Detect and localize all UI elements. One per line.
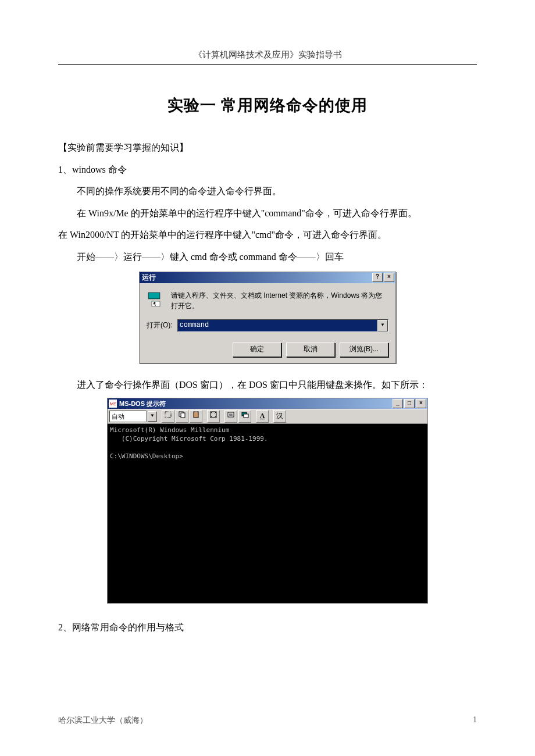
open-input[interactable]: command <box>178 320 377 331</box>
para-5: 进入了命令行操作界面（DOS 窗口），在 DOS 窗口中只能用键盘来操作。如下所… <box>58 374 477 396</box>
body-text-3: 2、网络常用命令的作用与格式 <box>58 616 477 639</box>
document-page: 《计算机网络技术及应用》实验指导书 实验一 常用网络命令的使用 【实验前需要学习… <box>0 0 535 756</box>
page-number: 1 <box>473 715 477 726</box>
para-3: 在 Win2000/NT 的开始菜单中的运行程序中键入"cmd"命令，可进入命令… <box>58 224 477 246</box>
svg-text:MS: MS <box>110 401 116 406</box>
dos-titlebar[interactable]: MS MS‑DOS 提示符 _ □ × <box>108 398 427 409</box>
close-button[interactable]: × <box>384 273 394 282</box>
toolbar-mark-icon[interactable] <box>162 410 174 423</box>
run-dialog: 运行 ? × 请键入程序、文件夹、文档或 Internet 资源的名称，Wind… <box>139 272 396 363</box>
cancel-button[interactable]: 取消 <box>286 343 335 357</box>
run-dialog-body: 请键入程序、文件夹、文档或 Internet 资源的名称，Windows 将为您… <box>140 283 395 363</box>
page-footer: 哈尔滨工业大学（威海） 1 <box>58 715 477 726</box>
open-combobox[interactable]: command ▼ <box>177 319 388 332</box>
close-button[interactable]: × <box>416 399 426 408</box>
svg-rect-1 <box>149 293 159 298</box>
svg-rect-15 <box>244 414 248 418</box>
toolbar-properties-icon[interactable] <box>224 410 237 423</box>
section-1-heading: 1、windows 命令 <box>58 159 477 181</box>
page-title: 实验一 常用网络命令的使用 <box>58 95 477 116</box>
svg-rect-5 <box>165 412 171 418</box>
font-size-value: 自动 <box>112 412 144 421</box>
dos-window: MS MS‑DOS 提示符 _ □ × 自动 ▼ <box>107 398 428 604</box>
open-label: 打开(O): <box>147 320 173 330</box>
svg-rect-7 <box>181 413 185 418</box>
msdos-icon: MS <box>109 400 117 408</box>
toolbar-paste-icon[interactable] <box>190 410 202 423</box>
dos-line-1: (C)Copyright Microsoft Corp 1981-1999. <box>110 435 268 443</box>
browse-button[interactable]: 浏览(B)... <box>340 343 388 357</box>
para-1: 不同的操作系统要用不同的命令进入命令行界面。 <box>58 180 477 202</box>
toolbar-copy-icon[interactable] <box>176 410 188 423</box>
svg-rect-8 <box>194 412 198 418</box>
help-button[interactable]: ? <box>372 273 383 282</box>
page-header: 《计算机网络技术及应用》实验指导书 <box>58 49 477 65</box>
chevron-down-icon[interactable]: ▼ <box>377 320 388 331</box>
toolbar-background-icon[interactable] <box>238 410 251 423</box>
minimize-button[interactable]: _ <box>393 399 403 408</box>
svg-rect-9 <box>195 411 197 412</box>
run-dialog-desc: 请键入程序、文件夹、文档或 Internet 资源的名称，Windows 将为您… <box>171 290 388 311</box>
run-dialog-title: 运行 <box>142 273 371 283</box>
dos-window-title: MS‑DOS 提示符 <box>119 400 391 408</box>
toolbar-font-button[interactable]: A <box>256 410 269 423</box>
maximize-button[interactable]: □ <box>404 399 415 408</box>
body-text-2: 进入了命令行操作界面（DOS 窗口），在 DOS 窗口中只能用键盘来操作。如下所… <box>58 374 477 396</box>
svg-rect-11 <box>228 412 234 417</box>
run-icon <box>147 290 165 309</box>
prereq-heading: 【实验前需要学习掌握的知识】 <box>58 137 477 159</box>
toolbar-ime-button[interactable]: 汉 <box>273 410 286 423</box>
para-2: 在 Win9x/Me 的开始菜单中的运行程序中键入"command"命令，可进入… <box>58 202 477 224</box>
footer-left: 哈尔滨工业大学（威海） <box>58 715 148 726</box>
toolbar-fullscreen-icon[interactable] <box>207 410 220 423</box>
dos-terminal[interactable]: Microsoft(R) Windows Millennium (C)Copyr… <box>108 424 427 603</box>
section-2-heading: 2、网络常用命令的作用与格式 <box>58 616 477 639</box>
ok-button[interactable]: 确定 <box>233 343 281 357</box>
body-text: 【实验前需要学习掌握的知识】 1、windows 命令 不同的操作系统要用不同的… <box>58 137 477 268</box>
svg-rect-2 <box>152 301 160 306</box>
para-4: 开始——〉运行——〉键入 cmd 命令或 command 命令——〉回车 <box>58 246 477 268</box>
dos-line-0: Microsoft(R) Windows Millennium <box>110 426 229 434</box>
chevron-down-icon[interactable]: ▼ <box>148 411 157 422</box>
dos-line-3: C:\WINDOWS\Desktop> <box>110 452 183 460</box>
font-size-select[interactable]: 自动 <box>109 411 147 422</box>
run-dialog-titlebar[interactable]: 运行 ? × <box>140 272 395 283</box>
dos-toolbar: 自动 ▼ A <box>108 409 427 424</box>
